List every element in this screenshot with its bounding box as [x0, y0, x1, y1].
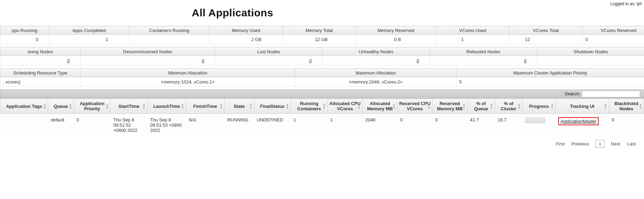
- scheduler-metrics-table: Scheduling Resource Type Minimum Allocat…: [0, 68, 644, 87]
- cell-pct-queue: 41.7: [467, 114, 495, 137]
- nodes-hdr-decommissioned: Decommissioned Nodes: [81, 47, 215, 56]
- search-label: Search:: [565, 91, 581, 96]
- datatable-toolbar: Search:: [0, 89, 644, 98]
- cell-tracking: ApplicationMaster: [555, 114, 609, 137]
- cell-blacklisted: 0: [609, 114, 644, 137]
- table-row: default 0 Thu Sep 8 09:51:52 +0800 2022 …: [0, 114, 644, 137]
- apps-hdr-res-mem[interactable]: Reserved Memory MB▲▼: [432, 99, 467, 114]
- apps-hdr-res-vcores[interactable]: Reserved CPU VCores▲▼: [397, 99, 432, 114]
- nodes-val-decommissioning[interactable]: 0: [0, 56, 81, 65]
- metric-hdr-memory-used: Memory Used: [210, 26, 283, 35]
- sort-icon: ▲▼: [462, 103, 466, 109]
- apps-hdr-starttime[interactable]: StartTime▲▼: [111, 99, 147, 114]
- nodes-val-decommissioned[interactable]: 0: [81, 56, 215, 65]
- cell-alloc-mem: 2048: [362, 114, 397, 137]
- metric-val-containers-running: [129, 35, 210, 44]
- metric-hdr-containers-running: Containers Running: [129, 26, 210, 35]
- apps-hdr-progress[interactable]: Progress▲▼: [522, 99, 555, 114]
- cell-res-vcores: 0: [397, 114, 432, 137]
- sched-hdr-priority: Maximum Cluster Application Priority: [456, 69, 644, 77]
- sort-icon: ▲▼: [517, 103, 521, 109]
- cell-res-mem: 0: [432, 114, 467, 137]
- apps-hdr-finalstatus[interactable]: FinalStatus▲▼: [254, 99, 290, 114]
- sort-icon: ▲▼: [639, 103, 642, 109]
- sort-icon: ▲▼: [106, 103, 109, 109]
- metric-hdr-vcores-total: VCores Total: [509, 26, 583, 35]
- sort-icon: ▲▼: [392, 103, 396, 109]
- metric-hdr-apps-running: pps Running: [0, 26, 49, 35]
- sort-icon: ▲▼: [427, 103, 431, 109]
- page-number[interactable]: 1: [595, 140, 605, 148]
- nodes-hdr-shutdown: Shutdown Nodes: [537, 47, 644, 56]
- apps-hdr-running-containers[interactable]: Running Containers▲▼: [291, 99, 327, 114]
- logged-in-status: Logged in as: lyh: [610, 1, 642, 6]
- sort-icon: ▲▼: [142, 103, 146, 109]
- cluster-metrics-table: pps Running Apps Completed Containers Ru…: [0, 26, 644, 44]
- apps-hdr-tracking[interactable]: Tracking UI▲▼: [555, 99, 609, 114]
- nodes-val-unhealthy[interactable]: 0: [323, 56, 430, 65]
- page-prev[interactable]: Previous: [571, 141, 589, 146]
- sort-icon: ▲▼: [286, 103, 289, 109]
- apps-hdr-launchtime[interactable]: LaunchTime▲▼: [147, 99, 186, 114]
- metric-val-memory-total: 12 GB: [283, 35, 356, 44]
- pagination: First Previous 1 Next Last: [0, 136, 644, 150]
- logged-in-user: lyh: [637, 1, 642, 6]
- page-title: All Applications: [192, 7, 644, 19]
- cell-priority: 0: [74, 114, 110, 137]
- apps-hdr-state[interactable]: State▲▼: [225, 99, 254, 114]
- apps-hdr-queue[interactable]: Queue▲▼: [48, 99, 74, 114]
- metric-val-vcores-used: 1: [436, 35, 509, 44]
- metric-hdr-memory-reserved: Memory Reserved: [356, 26, 436, 35]
- metric-val-apps-running: 0: [0, 35, 49, 44]
- sched-hdr-type: Scheduling Resource Type: [0, 69, 81, 77]
- metric-val-vcores-total: 12: [509, 35, 583, 44]
- sort-icon: ▲▼: [490, 103, 493, 109]
- apps-hdr-alloc-vcores[interactable]: Allocated CPU VCores▲▼: [327, 99, 362, 114]
- sched-val-max: <memory:2048, vCores:2>: [295, 77, 456, 87]
- metric-val-memory-reserved: 0 B: [356, 35, 436, 44]
- nodes-hdr-rebooted: Rebooted Nodes: [430, 47, 537, 56]
- metric-hdr-memory-total: Memory Total: [283, 26, 356, 35]
- cell-queue: default: [48, 114, 74, 137]
- sort-icon: ▲▼: [181, 103, 184, 109]
- sort-icon: ▲▼: [551, 103, 554, 109]
- applications-table: Application Tags▲▼ Queue▲▼ Application P…: [0, 98, 644, 136]
- cell-pct-cluster: 16.7: [495, 114, 522, 137]
- metric-hdr-vcores-reserved: VCores Reserved: [583, 26, 644, 35]
- apps-hdr-tags[interactable]: Application Tags▲▼: [0, 99, 48, 114]
- apps-hdr-alloc-mem[interactable]: Allocated Memory MB▲▼: [362, 99, 397, 114]
- sched-val-type: , vcores]: [0, 77, 81, 87]
- nodes-val-lost[interactable]: 0: [215, 56, 323, 65]
- nodes-hdr-unhealthy: Unhealthy Nodes: [323, 47, 430, 56]
- page-next[interactable]: Next: [611, 141, 620, 146]
- cell-progress: [522, 114, 555, 137]
- cell-launch: Thu Sep 8 09:51:53 +0800 2022: [147, 114, 186, 137]
- sched-hdr-min: Minimum Allocation: [81, 69, 295, 77]
- cell-alloc-vcores: 1: [327, 114, 362, 137]
- search-input[interactable]: [582, 90, 640, 97]
- sched-val-priority: 5: [456, 77, 644, 87]
- tracking-ui-highlight: ApplicationMaster: [558, 117, 598, 125]
- tracking-ui-link[interactable]: ApplicationMaster: [560, 119, 596, 124]
- cell-final: UNDEFINED: [254, 114, 290, 137]
- apps-hdr-pct-cluster[interactable]: % of Cluster▲▼: [495, 99, 522, 114]
- metric-val-apps-completed: 1: [49, 35, 129, 44]
- sort-icon: ▲▼: [357, 103, 361, 109]
- sort-icon: ▲▼: [220, 103, 223, 109]
- sched-hdr-max: Maximum Allocation: [295, 69, 456, 77]
- cell-tags: [0, 114, 48, 137]
- apps-hdr-blacklisted[interactable]: Blacklisted Nodes▲▼: [609, 99, 644, 114]
- page-first[interactable]: First: [556, 141, 565, 146]
- nodes-val-rebooted[interactable]: 0: [430, 56, 537, 65]
- sort-icon: ▲▼: [604, 103, 607, 109]
- page-last[interactable]: Last: [627, 141, 636, 146]
- nodes-val-shutdown[interactable]: [537, 56, 644, 65]
- sort-icon: ▲▼: [323, 103, 326, 109]
- metric-hdr-apps-completed: Apps Completed: [49, 26, 129, 35]
- cell-start: Thu Sep 8 09:51:52 +0800 2022: [111, 114, 147, 137]
- progress-bar: [525, 118, 545, 123]
- apps-hdr-pct-queue[interactable]: % of Queue▲▼: [467, 99, 495, 114]
- cell-running-containers: 1: [291, 114, 327, 137]
- apps-hdr-finishtime[interactable]: FinishTime▲▼: [186, 99, 225, 114]
- apps-hdr-priority[interactable]: Application Priority▲▼: [74, 99, 110, 114]
